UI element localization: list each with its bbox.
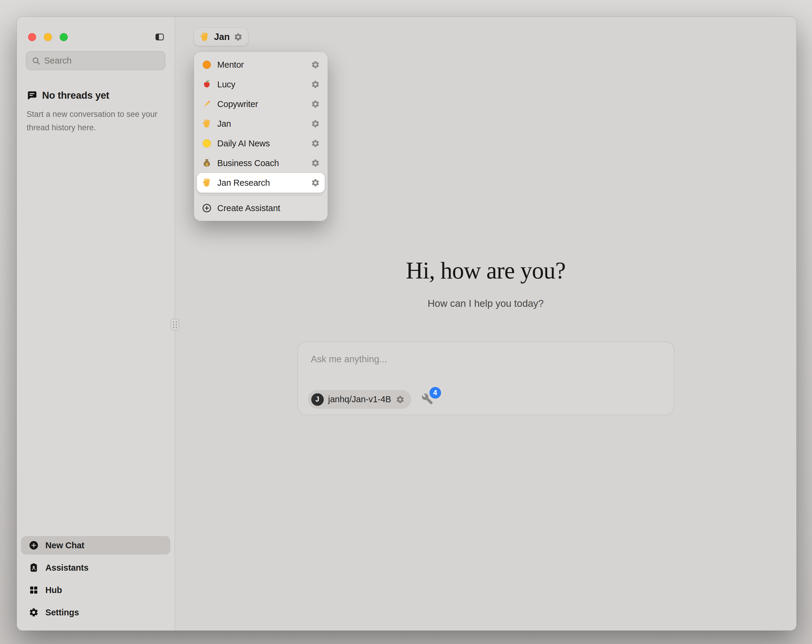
plus-circle-icon <box>29 540 39 550</box>
assistant-menu-item-daily-ai-news[interactable]: Daily AI News <box>197 134 325 153</box>
gear-icon[interactable] <box>311 80 320 89</box>
zoom-button[interactable] <box>60 33 68 41</box>
gear-icon[interactable] <box>311 158 320 167</box>
wave-hand-icon <box>202 119 212 129</box>
assistant-menu-item-business-coach[interactable]: Business Coach <box>197 153 325 173</box>
nav-label: Assistants <box>45 563 89 573</box>
money-bag-icon <box>202 158 212 168</box>
app-window: No threads yet Start a new conversation … <box>17 17 797 630</box>
gear-icon[interactable] <box>311 100 320 108</box>
main-area: Jan Mentor Lucy Copywriter Jan <box>175 17 797 630</box>
search-input[interactable] <box>44 56 160 65</box>
minimize-button[interactable] <box>44 33 52 41</box>
chat-bubble-icon <box>27 90 37 101</box>
tools-count-badge: 4 <box>429 387 441 399</box>
orange-circle-icon <box>202 59 212 70</box>
empty-state-title: No threads yet <box>42 90 109 101</box>
assistants-badge-icon <box>29 563 39 573</box>
close-button[interactable] <box>28 33 36 41</box>
chat-composer: J janhq/Jan-v1-4B 4 <box>298 342 674 415</box>
assistant-label: Lucy <box>217 79 235 90</box>
nav-label: New Chat <box>45 540 84 550</box>
assistant-menu-item-jan-research[interactable]: Jan Research <box>197 173 325 193</box>
sidebar-item-new-chat[interactable]: New Chat <box>21 536 170 554</box>
model-name: janhq/Jan-v1-4B <box>328 394 391 404</box>
wave-hand-icon <box>199 32 210 42</box>
assistant-selector-button[interactable]: Jan <box>194 28 248 46</box>
menu-divider <box>199 195 322 196</box>
plus-circle-outline-icon <box>202 203 212 213</box>
search-icon <box>32 56 41 65</box>
assistant-menu-item-mentor[interactable]: Mentor <box>197 55 325 75</box>
assistant-label: Jan Research <box>217 178 270 188</box>
gear-icon[interactable] <box>311 119 320 128</box>
tools-button[interactable]: 4 <box>421 393 435 406</box>
greeting-title: Hi, how are you? <box>175 257 797 284</box>
gear-icon <box>29 607 39 618</box>
current-assistant-name: Jan <box>214 32 230 42</box>
create-assistant-label: Create Assistant <box>217 203 280 213</box>
gear-icon[interactable] <box>311 178 320 187</box>
model-selector-button[interactable]: J janhq/Jan-v1-4B <box>308 390 411 409</box>
sidebar-topbar <box>28 32 166 42</box>
assistant-label: Mentor <box>217 60 244 70</box>
assistant-label: Daily AI News <box>217 139 270 148</box>
sidebar-nav: New Chat Assistants Hub Settings <box>17 536 175 630</box>
apple-icon <box>202 79 212 90</box>
wave-hand-icon <box>202 178 212 188</box>
gear-icon[interactable] <box>311 139 320 148</box>
gear-icon[interactable] <box>311 60 320 69</box>
window-controls <box>28 33 68 41</box>
sidebar-item-assistants[interactable]: Assistants <box>21 559 170 577</box>
assistant-label: Copywriter <box>217 99 258 109</box>
composer-controls: J janhq/Jan-v1-4B 4 <box>308 390 435 409</box>
nav-label: Hub <box>45 585 62 595</box>
assistant-label: Business Coach <box>217 158 279 168</box>
assistant-menu: Mentor Lucy Copywriter Jan Daily AI News <box>194 52 328 221</box>
empty-state-description: Start a new conversation to see your thr… <box>27 108 158 134</box>
assistant-label: Jan <box>217 119 231 129</box>
assistant-menu-item-lucy[interactable]: Lucy <box>197 75 325 94</box>
yellow-circle-icon <box>202 139 212 148</box>
assistant-menu-item-copywriter[interactable]: Copywriter <box>197 94 325 114</box>
sidebar-toggle-icon[interactable] <box>154 32 166 42</box>
pencil-icon <box>202 99 212 109</box>
nav-label: Settings <box>45 607 79 618</box>
sidebar-item-settings[interactable]: Settings <box>21 603 170 622</box>
gear-icon[interactable] <box>234 32 243 41</box>
assistant-menu-item-jan[interactable]: Jan <box>197 114 325 134</box>
threads-empty-state: No threads yet Start a new conversation … <box>17 90 175 134</box>
gear-icon[interactable] <box>396 395 404 404</box>
sidebar: No threads yet Start a new conversation … <box>17 17 175 630</box>
greeting-block: Hi, how are you? How can I help you toda… <box>175 257 797 309</box>
search-field[interactable] <box>26 51 165 70</box>
greeting-subtitle: How can I help you today? <box>175 298 797 309</box>
create-assistant-button[interactable]: Create Assistant <box>197 198 325 218</box>
sidebar-resize-handle[interactable] <box>171 319 179 330</box>
sidebar-item-hub[interactable]: Hub <box>21 581 170 599</box>
model-avatar: J <box>311 393 324 406</box>
grid-icon <box>29 585 39 595</box>
